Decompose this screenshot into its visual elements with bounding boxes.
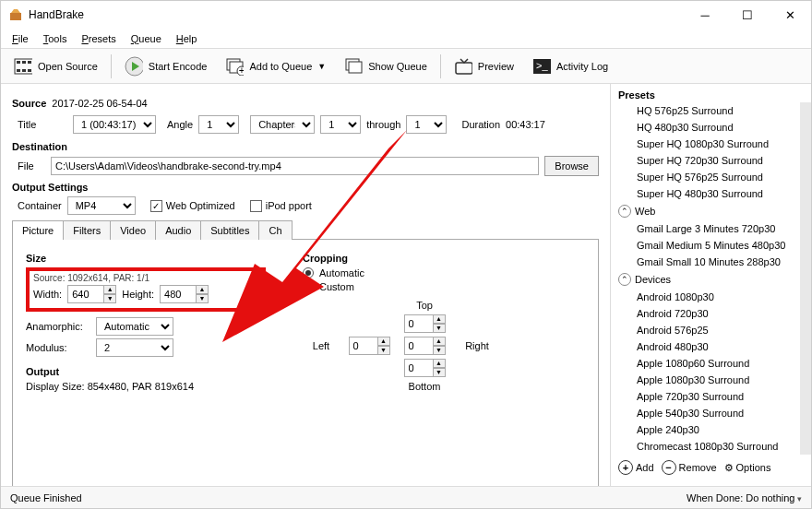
preset-options-button[interactable]: ⚙Options — [724, 462, 771, 474]
crop-bottom-input[interactable] — [404, 359, 434, 377]
preset-item[interactable]: Super HQ 480p30 Surround — [616, 185, 800, 202]
source-dimensions: Source: 1092x614, PAR: 1/1 — [33, 273, 258, 283]
width-input[interactable] — [67, 285, 104, 303]
preset-item[interactable]: Android 720p30 — [616, 305, 800, 322]
preset-item[interactable]: HQ 576p25 Surround — [616, 102, 800, 119]
maximize-button[interactable]: ☐ — [726, 1, 769, 29]
browse-button[interactable]: Browse — [544, 156, 599, 176]
queue-status: Queue Finished — [10, 492, 82, 503]
preview-button[interactable]: Preview — [447, 53, 521, 79]
presets-title: Presets — [616, 89, 811, 101]
svg-rect-16 — [456, 63, 472, 74]
preset-category[interactable]: ⌃Devices — [616, 270, 800, 289]
container-select[interactable]: MP4 — [67, 196, 136, 215]
preset-item[interactable]: Apple 1080p60 Surround — [616, 355, 800, 372]
height-input[interactable] — [160, 285, 197, 303]
height-down[interactable]: ▼ — [196, 294, 209, 303]
preset-item[interactable]: Android 576p25 — [616, 322, 800, 338]
chapter-to-select[interactable]: 1 — [406, 115, 447, 134]
anamorphic-label: Anamorphic: — [26, 321, 90, 332]
preset-item[interactable]: Super HQ 576p25 Surround — [616, 169, 800, 185]
width-up[interactable]: ▲ — [103, 285, 116, 294]
preset-item[interactable]: Android 1080p30 — [616, 289, 800, 305]
preset-item[interactable]: Super HQ 720p30 Surround — [616, 152, 800, 169]
height-up[interactable]: ▲ — [196, 285, 209, 294]
ipod-checkbox[interactable]: iPod pport — [250, 200, 312, 212]
play-icon — [125, 57, 143, 76]
preset-item[interactable]: Android 480p30 — [616, 338, 800, 355]
anamorphic-select[interactable]: Automatic — [96, 317, 173, 336]
web-optimized-checkbox[interactable]: ✓Web Optimized — [150, 200, 235, 212]
menu-presets[interactable]: Presets — [74, 31, 123, 46]
open-source-button[interactable]: Open Source — [6, 53, 105, 79]
app-title: HandBrake — [29, 8, 684, 21]
crop-right-input[interactable] — [404, 337, 434, 355]
open-source-label: Open Source — [38, 61, 98, 72]
queue-icon — [344, 57, 363, 76]
tabs: Picture Filters Video Audio Subtitles Ch — [12, 220, 599, 240]
width-down[interactable]: ▼ — [103, 294, 116, 303]
chevron-up-icon: ⌃ — [618, 205, 631, 218]
statusbar: Queue Finished When Done: Do nothing — [1, 486, 811, 508]
when-done-select[interactable]: Do nothing — [746, 492, 802, 503]
add-to-queue-button[interactable]: + Add to Queue ▼ — [218, 53, 333, 79]
menu-file[interactable]: File — [5, 31, 36, 46]
svg-rect-5 — [17, 69, 20, 72]
preset-item[interactable]: Gmail Small 10 Minutes 288p30 — [616, 254, 800, 270]
modulus-select[interactable]: 2 — [96, 338, 173, 357]
when-done-label: When Done: — [687, 492, 743, 503]
svg-rect-4 — [28, 61, 31, 64]
range-type-select[interactable]: Chapters — [250, 115, 315, 134]
crop-top-input[interactable] — [404, 314, 434, 333]
menu-tools[interactable]: Tools — [36, 31, 75, 46]
output-label: Output — [26, 366, 266, 377]
tab-video[interactable]: Video — [110, 220, 156, 240]
destination-input[interactable] — [51, 157, 539, 175]
preset-category[interactable]: ⌃Web — [616, 202, 800, 220]
source-value: 2017-02-25 06-54-04 — [52, 98, 147, 109]
preset-add-button[interactable]: +Add — [618, 460, 654, 475]
chevron-down-icon: ▼ — [317, 62, 326, 71]
preset-item[interactable]: HQ 480p30 Surround — [616, 119, 800, 136]
toolbar: Open Source Start Encode + Add to Queue … — [1, 49, 811, 84]
tab-audio[interactable]: Audio — [155, 220, 201, 240]
source-label: Source — [12, 98, 46, 109]
show-queue-button[interactable]: Show Queue — [337, 53, 435, 79]
svg-text:+: + — [239, 65, 244, 76]
angle-select[interactable]: 1 — [198, 115, 239, 134]
titlebar: HandBrake ─ ☐ ✕ — [1, 1, 811, 29]
activity-log-button[interactable]: >_ Activity Log — [525, 53, 615, 79]
title-select[interactable]: 1 (00:43:17) — [73, 115, 156, 134]
preset-item[interactable]: Apple 720p30 Surround — [616, 388, 800, 405]
tab-subtitles[interactable]: Subtitles — [200, 220, 259, 240]
container-label: Container — [18, 200, 62, 211]
preset-item[interactable]: Apple 1080p30 Surround — [616, 372, 800, 388]
start-encode-button[interactable]: Start Encode — [117, 53, 215, 79]
svg-rect-6 — [22, 69, 26, 72]
preset-item[interactable]: Apple 540p30 Surround — [616, 405, 800, 421]
duration-label: Duration — [461, 119, 500, 130]
crop-left-label: Left — [313, 340, 329, 351]
crop-custom-radio[interactable] — [303, 281, 314, 292]
main-panel: Source 2017-02-25 06-54-04 Title 1 (00:4… — [1, 84, 610, 486]
menu-help[interactable]: Help — [169, 31, 205, 46]
crop-right-label: Right — [465, 340, 489, 351]
crop-left-input[interactable] — [349, 337, 378, 355]
preset-item[interactable]: Chromecast 1080p30 Surround — [616, 438, 800, 455]
preset-item[interactable]: Gmail Medium 5 Minutes 480p30 — [616, 237, 800, 254]
preset-item[interactable]: Gmail Large 3 Minutes 720p30 — [616, 220, 800, 237]
chapter-from-select[interactable]: 1 — [320, 115, 361, 134]
menu-queue[interactable]: Queue — [124, 31, 169, 46]
minimize-button[interactable]: ─ — [684, 1, 726, 29]
tab-filters[interactable]: Filters — [63, 220, 111, 240]
preset-item[interactable]: Super HQ 1080p30 Surround — [616, 136, 800, 152]
preset-item[interactable]: Apple 240p30 — [616, 421, 800, 438]
tab-picture[interactable]: Picture — [12, 220, 64, 240]
preset-remove-button[interactable]: −Remove — [662, 460, 717, 475]
crop-auto-radio[interactable] — [303, 267, 314, 278]
presets-list[interactable]: HQ 576p25 SurroundHQ 480p30 SurroundSupe… — [616, 102, 811, 455]
svg-rect-7 — [28, 69, 31, 72]
close-button[interactable]: ✕ — [769, 1, 811, 29]
start-encode-label: Start Encode — [149, 61, 208, 72]
tab-chapters[interactable]: Ch — [258, 220, 292, 240]
